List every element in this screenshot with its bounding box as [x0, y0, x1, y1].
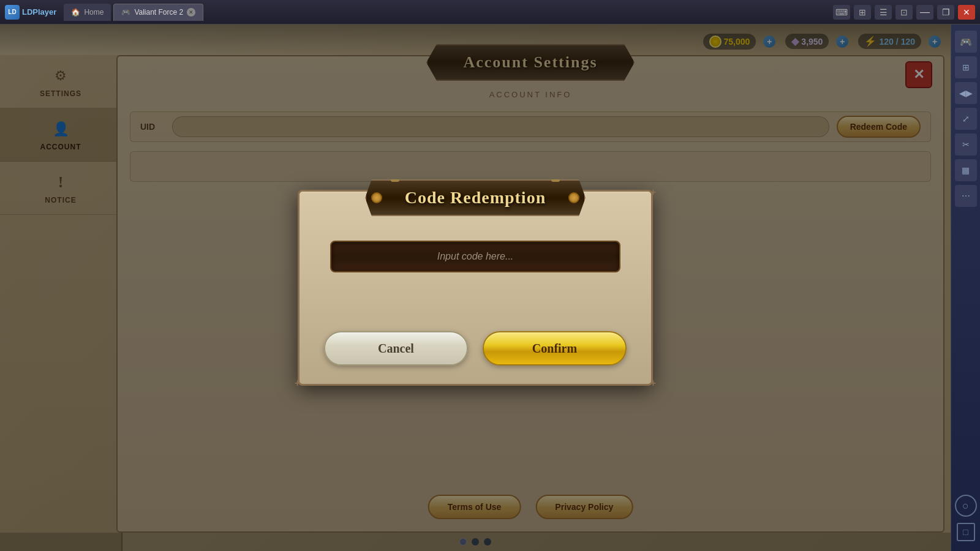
toolbar-display-btn[interactable]: ⊡: [895, 5, 913, 20]
corner-decoration-br: +: [650, 378, 656, 389]
toolbar-square-button[interactable]: □: [957, 523, 975, 541]
toolbar-btn-2[interactable]: ⊞: [955, 56, 977, 78]
code-input-placeholder: Input code here...: [437, 251, 514, 262]
minimize-button[interactable]: —: [916, 5, 933, 20]
corner-decoration-bl: +: [295, 378, 300, 389]
close-window-button[interactable]: ✕: [958, 5, 975, 20]
modal-title-text: Code Redemption: [405, 188, 546, 208]
tab-game[interactable]: 🎮 Valiant Force 2 ✕: [113, 4, 203, 21]
title-bar-controls: ⌨ ⊞ ☰ ⊡ — ❐ ✕: [833, 5, 975, 20]
banner-circle-right: [568, 192, 579, 203]
game-tab-label: Valiant Force 2: [134, 8, 183, 17]
banner-pin-right: [551, 167, 560, 182]
banner-circle-left: [371, 192, 382, 203]
toolbar-btn-4[interactable]: ⤢: [955, 108, 977, 130]
banner-pin-left: [391, 167, 399, 182]
cancel-button[interactable]: Cancel: [324, 331, 468, 365]
toolbar-keyboard-btn[interactable]: ⌨: [833, 5, 850, 20]
confirm-button[interactable]: Confirm: [483, 331, 627, 365]
game-viewport: 75,000 + ◆ 3,950 + ⚡ 120 / 120: [0, 24, 951, 551]
code-input-field[interactable]: Input code here...: [330, 241, 620, 272]
toolbar-btn-3[interactable]: ◀▶: [955, 82, 977, 104]
modal-title-banner: Code Redemption: [365, 179, 586, 216]
ldplayer-shell: LD LDPlayer 🏠 Home 🎮 Valiant Force 2 ✕ ⌨…: [0, 0, 980, 551]
grid-icon: ⊞: [962, 62, 970, 72]
code-redemption-modal: + + + Code Redemption: [298, 190, 653, 386]
game-background: 75,000 + ◆ 3,950 + ⚡ 120 / 120: [0, 24, 951, 551]
home-tab-icon: 🏠: [71, 8, 80, 17]
modal-overlay: + + + Code Redemption: [0, 24, 951, 551]
toolbar-circle-button[interactable]: ○: [955, 495, 977, 517]
toolbar-btn-5[interactable]: ✂: [955, 133, 977, 156]
logo-icon: LD: [5, 5, 20, 20]
modal-frame: + + + Code Redemption: [298, 190, 653, 386]
maximize-button[interactable]: ❐: [937, 5, 954, 20]
tab-close-button[interactable]: ✕: [187, 8, 195, 17]
resize-icon: ⤢: [962, 114, 970, 124]
gamepad-icon: 🎮: [960, 36, 972, 48]
toolbar-btn-6[interactable]: ▦: [955, 159, 977, 181]
screen-icon: ▦: [962, 165, 970, 175]
toolbar-btn-7[interactable]: ⋯: [955, 185, 977, 207]
title-bar: LD LDPlayer 🏠 Home 🎮 Valiant Force 2 ✕ ⌨…: [0, 0, 980, 24]
tab-home[interactable]: 🏠 Home: [64, 4, 111, 21]
modal-buttons: Cancel Confirm: [324, 331, 627, 365]
more-icon: ⋯: [962, 191, 970, 201]
corner-decoration-tr: +: [650, 187, 656, 198]
toolbar-grid-btn[interactable]: ⊞: [854, 5, 871, 20]
code-input-wrapper[interactable]: Input code here...: [330, 241, 620, 272]
right-toolbar: 🎮 ⊞ ◀▶ ⤢ ✂ ▦ ⋯ ○: [951, 24, 980, 551]
game-tab-icon: 🎮: [121, 8, 130, 17]
toolbar-menu-btn[interactable]: ☰: [875, 5, 892, 20]
circle-icon: ○: [962, 500, 969, 512]
main-area: 75,000 + ◆ 3,950 + ⚡ 120 / 120: [0, 24, 980, 551]
home-tab-label: Home: [84, 8, 104, 17]
square-icon: □: [963, 527, 968, 537]
ldplayer-logo: LD LDPlayer: [5, 5, 56, 20]
logo-text: LDPlayer: [22, 7, 56, 17]
toolbar-btn-1[interactable]: 🎮: [955, 31, 977, 53]
audio-icon: ◀▶: [959, 88, 973, 98]
scissors-icon: ✂: [962, 140, 970, 149]
